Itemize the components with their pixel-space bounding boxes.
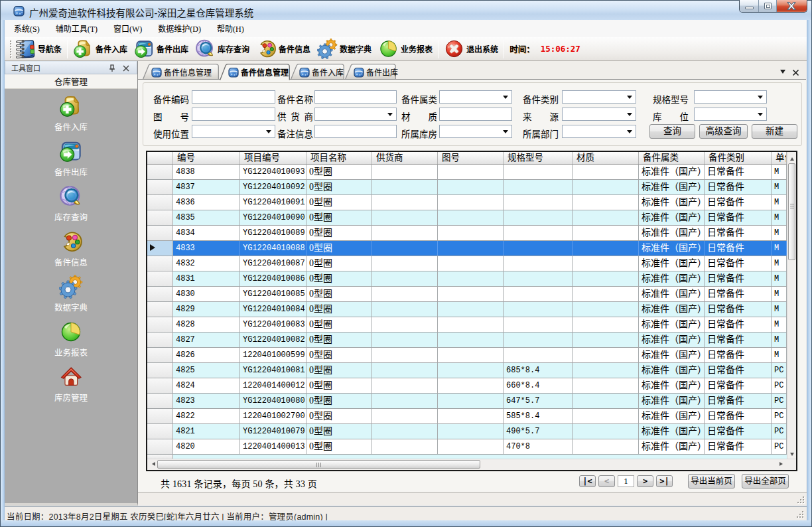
table-cell[interactable] xyxy=(438,394,504,408)
table-cell[interactable] xyxy=(573,439,639,454)
row-selector[interactable] xyxy=(147,424,173,439)
table-cell[interactable]: 日常备件 xyxy=(705,241,772,256)
toolbar-button-2[interactable]: 备件入库 xyxy=(70,38,131,59)
export-current-page-button[interactable]: 导出当前页 xyxy=(688,474,735,489)
column-header-7[interactable]: 材质 xyxy=(573,152,639,164)
table-cell[interactable]: 0型圈 xyxy=(306,241,372,256)
table-cell[interactable] xyxy=(372,302,438,317)
table-cell[interactable]: 4835 xyxy=(173,210,240,225)
table-cell[interactable] xyxy=(438,271,504,286)
export-all-pages-button[interactable]: 导出全部页 xyxy=(742,474,789,489)
table-cell[interactable]: M xyxy=(772,226,787,240)
table-cell[interactable]: 0型圈 xyxy=(306,302,372,317)
table-cell[interactable]: 日常备件 xyxy=(705,409,772,423)
table-cell[interactable]: 0型圈 xyxy=(306,409,372,423)
menu-item-4[interactable]: 数据维护(D) xyxy=(150,20,209,37)
table-cell[interactable]: 0型圈 xyxy=(306,256,372,271)
table-cell[interactable]: 0型圈 xyxy=(306,424,372,439)
table-cell[interactable] xyxy=(438,302,504,317)
horizontal-scrollbar[interactable] xyxy=(147,459,796,470)
prev-page-button[interactable]: < xyxy=(598,475,615,487)
table-cell[interactable]: 4834 xyxy=(173,226,240,240)
table-cell[interactable] xyxy=(372,165,438,179)
table-cell[interactable] xyxy=(573,409,639,423)
table-cell[interactable] xyxy=(372,195,438,210)
vertical-scrollbar[interactable] xyxy=(787,152,796,459)
table-cell[interactable]: 1220401000599 xyxy=(240,348,306,362)
table-cell[interactable]: 日常备件 xyxy=(705,271,772,286)
table-cell[interactable]: YG12204010087 xyxy=(240,256,306,271)
sidebar-item-3[interactable]: 库存查询 xyxy=(5,185,137,223)
table-cell[interactable]: 4836 xyxy=(173,195,240,210)
table-cell[interactable] xyxy=(573,210,639,225)
table-cell[interactable] xyxy=(372,256,438,271)
table-cell[interactable] xyxy=(573,165,639,179)
row-selector[interactable] xyxy=(147,287,173,301)
table-cell[interactable]: 标准件（国产） xyxy=(639,302,705,317)
table-cell[interactable] xyxy=(573,378,639,393)
table-cell[interactable] xyxy=(573,333,639,347)
table-cell[interactable] xyxy=(372,317,438,332)
table-cell[interactable] xyxy=(504,195,573,210)
table-cell[interactable]: YG12204010084 xyxy=(240,302,306,317)
table-cell[interactable]: 日常备件 xyxy=(705,302,772,317)
tab-4[interactable]: 备件出库 xyxy=(345,64,396,79)
table-cell[interactable]: 585*8.4 xyxy=(504,409,573,423)
table-cell[interactable]: 日常备件 xyxy=(705,180,772,194)
table-cell[interactable]: 日常备件 xyxy=(705,378,772,393)
filter-input[interactable] xyxy=(192,108,275,121)
sidebar-item-4[interactable]: 备件信息 xyxy=(5,230,137,268)
table-cell[interactable] xyxy=(573,256,639,271)
table-cell[interactable] xyxy=(573,287,639,301)
table-cell[interactable] xyxy=(438,241,504,256)
table-cell[interactable]: PC xyxy=(772,378,787,393)
table-cell[interactable]: 0型圈 xyxy=(306,271,372,286)
filter-dropdown[interactable] xyxy=(694,108,767,121)
table-cell[interactable]: 0型圈 xyxy=(306,287,372,301)
page-number-input[interactable]: 1 xyxy=(618,475,634,487)
table-row[interactable]: 4821YG122040100790型圈490*5.7标准件（国产）日常备件PC xyxy=(147,424,796,439)
table-cell[interactable] xyxy=(438,287,504,301)
table-cell[interactable] xyxy=(438,424,504,439)
tab-close-icon[interactable] xyxy=(792,68,799,76)
filter-dropdown[interactable] xyxy=(314,108,397,121)
table-cell[interactable]: 0型圈 xyxy=(306,394,372,408)
table-cell[interactable]: 0型圈 xyxy=(306,317,372,332)
table-cell[interactable] xyxy=(438,363,504,378)
close-button[interactable] xyxy=(777,0,807,12)
table-cell[interactable] xyxy=(573,241,639,256)
filter-dropdown[interactable] xyxy=(562,90,636,104)
table-cell[interactable] xyxy=(573,424,639,439)
table-cell[interactable]: YG12204010085 xyxy=(240,287,306,301)
table-cell[interactable]: 490*5.7 xyxy=(504,424,573,439)
table-cell[interactable]: 685*8.4 xyxy=(504,363,573,378)
row-selector[interactable] xyxy=(147,165,173,179)
table-row[interactable]: 4828YG122040100830型圈标准件（国产）日常备件M xyxy=(147,317,796,333)
table-cell[interactable] xyxy=(504,180,573,194)
row-selector[interactable] xyxy=(147,363,173,378)
column-header-10[interactable]: 单位 xyxy=(772,152,787,164)
table-cell[interactable]: 日常备件 xyxy=(705,439,772,454)
table-row[interactable]: 4825YG122040100810型圈685*8.4标准件（国产）日常备件PC xyxy=(147,363,796,378)
table-cell[interactable]: 1220401400012 xyxy=(240,378,306,393)
tab-2-active[interactable]: 备件信息管理 xyxy=(220,64,290,80)
table-cell[interactable] xyxy=(438,378,504,393)
row-selector[interactable] xyxy=(147,439,173,454)
table-cell[interactable] xyxy=(573,195,639,210)
table-cell[interactable]: 0型圈 xyxy=(306,348,372,362)
tab-1[interactable]: 备件信息管理 xyxy=(143,64,219,79)
table-row[interactable]: 4827YG122040100820型圈标准件（国产）日常备件M xyxy=(147,333,796,348)
filter-dropdown[interactable] xyxy=(562,108,636,121)
column-header-3[interactable]: 项目名称 xyxy=(306,152,372,164)
column-header-5[interactable]: 图号 xyxy=(438,152,504,164)
table-cell[interactable] xyxy=(372,226,438,240)
table-cell[interactable]: 标准件（国产） xyxy=(639,394,705,408)
table-cell[interactable] xyxy=(372,271,438,286)
filter-dropdown[interactable] xyxy=(562,125,636,138)
table-cell[interactable]: 标准件（国产） xyxy=(639,165,705,179)
table-row[interactable]: 4837YG122040100920型圈标准件（国产）日常备件M xyxy=(147,180,796,195)
table-cell[interactable] xyxy=(372,241,438,256)
table-cell[interactable]: 4822 xyxy=(173,409,240,423)
table-cell[interactable]: 4826 xyxy=(173,348,240,362)
table-cell[interactable] xyxy=(372,409,438,423)
